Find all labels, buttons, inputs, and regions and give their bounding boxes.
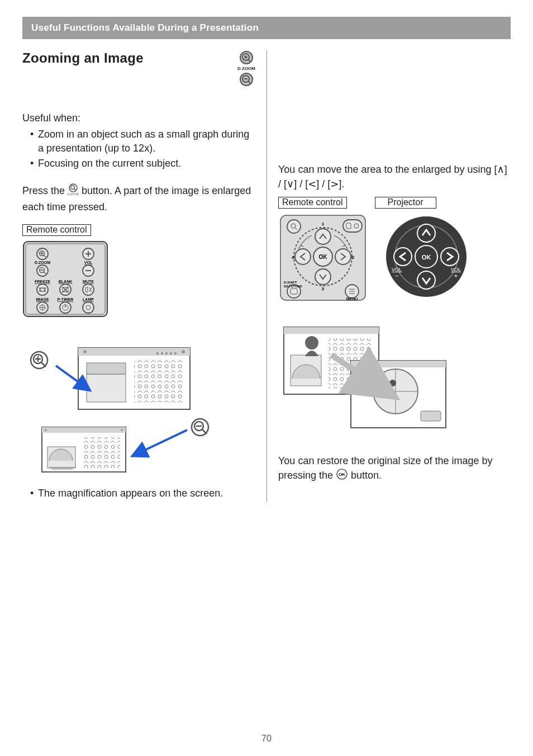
svg-line-93 (202, 429, 207, 434)
svg-point-129 (417, 271, 435, 289)
svg-rect-72 (87, 363, 126, 374)
remote-control-diagram: D.ZOOM VOL FREEZE BLANK MUTE IMAGE P-TIM… (22, 240, 255, 321)
svg-text:BLANK: BLANK (59, 280, 73, 284)
svg-point-128 (417, 224, 435, 242)
svg-point-85 (45, 429, 47, 431)
svg-rect-87 (84, 437, 120, 468)
svg-line-11 (74, 189, 76, 191)
svg-line-80 (41, 362, 46, 367)
svg-text:VOL: VOL (84, 261, 93, 264)
svg-text:VOL: VOL (392, 267, 402, 272)
list-item: Zoom in an object such as a small graph … (30, 127, 255, 155)
projector-nav-diagram: OK VOL − VOL + (379, 213, 474, 303)
down-icon: ∨ (287, 178, 294, 190)
svg-text:D.ZOOM: D.ZOOM (68, 192, 79, 196)
ok-inline-icon: OK (336, 468, 348, 484)
svg-text:P-TIMER: P-TIMER (58, 297, 74, 301)
svg-point-109 (287, 220, 301, 233)
svg-point-77 (174, 352, 177, 355)
svg-point-42 (83, 284, 94, 295)
breadcrumb-text: Useful Functions Available During a Pres… (31, 22, 259, 33)
list-item: The magnification appears on the screen. (30, 486, 255, 500)
svg-text:KEYSTONE: KEYSTONE (284, 285, 302, 288)
page-title: Zooming an Image (22, 50, 144, 66)
move-instruction: You can move the area to the enlarged by… (278, 162, 511, 191)
svg-point-86 (121, 429, 123, 431)
svg-line-96 (134, 430, 187, 455)
projector-label: Projector (375, 197, 436, 209)
useful-when-heading: Useful when: (22, 112, 255, 124)
restore-instruction: You can restore the original size of the… (278, 453, 511, 484)
svg-point-68 (83, 350, 87, 353)
svg-text:4: 4 (292, 255, 294, 260)
svg-text:1: 1 (322, 221, 325, 226)
svg-point-107 (295, 249, 311, 264)
svg-text:LAMP: LAMP (83, 297, 94, 301)
svg-text:−: − (395, 272, 398, 279)
dzoom-inline-icon: D.ZOOM (68, 183, 79, 200)
left-column: Zooming an Image D.ZOOM Us (22, 50, 266, 502)
svg-rect-112 (343, 220, 362, 232)
nav-diagrams: OK 1 2 3 4 D.SHIFT KEYSTONE (278, 213, 511, 303)
remote-control-label: Remote control (278, 197, 347, 209)
svg-point-130 (394, 248, 412, 266)
dzoom-title-icon: D.ZOOM (237, 50, 255, 87)
section-header: Useful Functions Available During a Pres… (22, 17, 511, 39)
press-instruction: Press the D.ZOOM button. A part of the i… (22, 183, 255, 214)
right-icon: > (330, 178, 339, 190)
svg-rect-84 (42, 427, 126, 433)
dzoom-label: D.ZOOM (237, 66, 255, 71)
svg-rect-148 (421, 411, 441, 421)
remote-nav-diagram: OK 1 2 3 4 D.SHIFT KEYSTONE (278, 213, 368, 303)
mag-note-list: The magnification appears on the screen. (22, 486, 255, 500)
svg-point-105 (315, 269, 331, 285)
svg-point-101 (315, 229, 331, 244)
svg-text:OK: OK (422, 254, 431, 261)
list-item: Focusing on the current subject. (30, 157, 255, 171)
svg-point-10 (71, 185, 75, 189)
svg-rect-142 (351, 361, 446, 367)
svg-point-25 (37, 265, 48, 276)
up-icon: ∧ (497, 163, 505, 175)
svg-point-76 (170, 352, 172, 355)
svg-point-147 (389, 380, 396, 386)
zoom-in-icon (239, 50, 254, 65)
svg-text:FREEZE: FREEZE (35, 280, 50, 284)
svg-text:D.SHIFT: D.SHIFT (284, 281, 297, 284)
svg-rect-137 (284, 327, 379, 334)
svg-point-15 (37, 248, 48, 259)
svg-text:IMAGE: IMAGE (36, 297, 49, 301)
svg-point-140 (305, 336, 318, 349)
svg-text:2: 2 (352, 255, 355, 260)
useful-when-list: Zoom in an object such as a small graph … (22, 127, 255, 171)
svg-point-73 (156, 352, 159, 355)
svg-rect-70 (134, 360, 184, 405)
zoom-out-icon (239, 72, 254, 87)
remote-control-label: Remote control (22, 224, 91, 236)
svg-text:+: + (454, 272, 458, 279)
svg-text:MUTE: MUTE (83, 280, 94, 284)
left-icon: < (308, 178, 316, 190)
right-column: You can move the area to the enlarged by… (266, 50, 511, 502)
svg-rect-71 (87, 374, 126, 402)
svg-text:3: 3 (322, 286, 325, 291)
move-area-illustration (278, 316, 511, 441)
svg-point-131 (441, 248, 459, 266)
svg-point-34 (37, 284, 48, 295)
svg-rect-67 (78, 348, 190, 356)
svg-text:D.ZOOM: D.ZOOM (35, 261, 50, 264)
svg-point-103 (335, 249, 351, 264)
svg-text:VOL: VOL (451, 267, 461, 272)
svg-text:OK: OK (319, 254, 328, 260)
svg-point-75 (165, 352, 168, 355)
svg-point-69 (182, 350, 185, 353)
svg-text:MENU: MENU (346, 297, 358, 301)
svg-point-74 (161, 352, 163, 355)
zoom-illustration (22, 343, 255, 480)
svg-text:OK: OK (339, 472, 345, 477)
page-number: 70 (0, 734, 533, 744)
